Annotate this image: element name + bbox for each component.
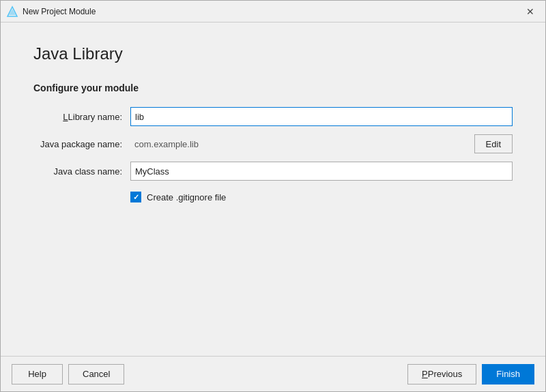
help-button[interactable]: Help [12,364,63,385]
previous-button[interactable]: PPrevious [407,364,476,385]
library-name-label: LLibrary name: [33,112,122,122]
content-area: Java Library Configure your module LLibr… [1,22,545,356]
java-package-row: Java package name: com.example.lib Edit [33,134,513,153]
java-package-value: com.example.lib [130,134,469,153]
title-bar: New Project Module ✕ [1,1,545,22]
title-bar-text: New Project Module [23,7,521,16]
gitignore-checkbox[interactable]: ✓ [130,192,141,202]
java-class-row: Java class name: [33,162,513,181]
edit-button[interactable]: Edit [474,134,513,153]
java-package-label: Java package name: [33,139,122,149]
bottom-left-buttons: Help Cancel [12,364,124,385]
gitignore-label[interactable]: Create .gitignore file [147,192,226,202]
bottom-bar: Help Cancel PPrevious Finish [1,356,545,391]
form-section: LLibrary name: Java package name: com.ex… [33,107,513,202]
bottom-right-buttons: PPrevious Finish [407,364,534,385]
page-title: Java Library [33,44,513,63]
section-title: Configure your module [33,82,513,93]
gitignore-row: ✓ Create .gitignore file [130,192,513,202]
finish-button[interactable]: Finish [482,364,534,385]
checkmark-icon: ✓ [133,193,139,202]
dialog-window: New Project Module ✕ Java Library Config… [0,0,546,392]
java-class-label: Java class name: [33,166,122,177]
package-content: com.example.lib Edit [130,134,513,153]
close-button[interactable]: ✕ [521,2,540,21]
app-icon [6,5,18,18]
library-name-row: LLibrary name: [33,107,513,126]
library-name-input[interactable] [130,107,513,126]
java-class-input[interactable] [130,162,513,181]
cancel-button[interactable]: Cancel [68,364,124,385]
